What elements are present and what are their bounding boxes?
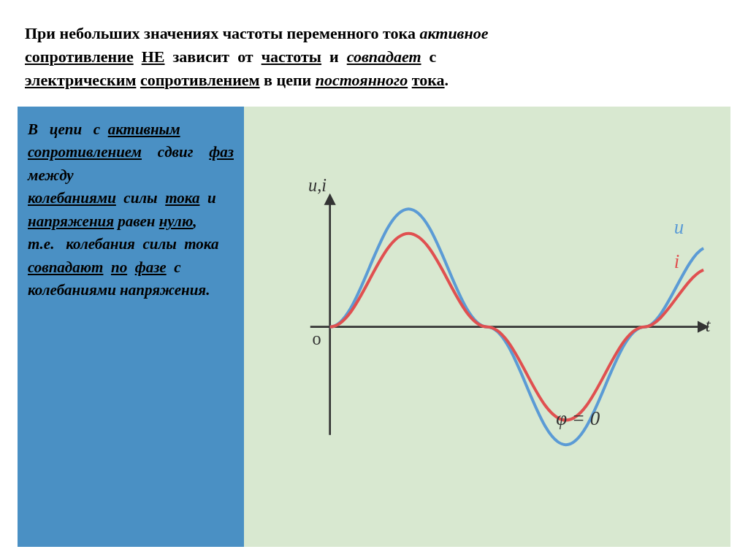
x-axis-label: t: [706, 315, 711, 335]
chart-svg: u,i t o u i φ = 0: [251, 114, 723, 540]
origin-label: o: [312, 329, 321, 348]
i-label: i: [674, 250, 679, 272]
formula-label: φ = 0: [556, 407, 600, 429]
left-text: В цепи с активным сопротивлением сдвиг ф…: [28, 118, 234, 302]
left-panel: В цепи с активным сопротивлением сдвиг ф…: [18, 107, 244, 547]
y-axis-label: u,i: [308, 175, 327, 195]
bottom-section: В цепи с активным сопротивлением сдвиг ф…: [18, 107, 730, 547]
right-panel: u,i t o u i φ = 0: [244, 107, 730, 547]
page: При небольших значениях частоты переменн…: [0, 0, 748, 560]
u-label: u: [674, 215, 684, 237]
top-section: При небольших значениях частоты переменн…: [18, 13, 730, 101]
top-paragraph: При небольших значениях частоты переменн…: [25, 22, 723, 92]
svg-marker-2: [324, 193, 336, 204]
